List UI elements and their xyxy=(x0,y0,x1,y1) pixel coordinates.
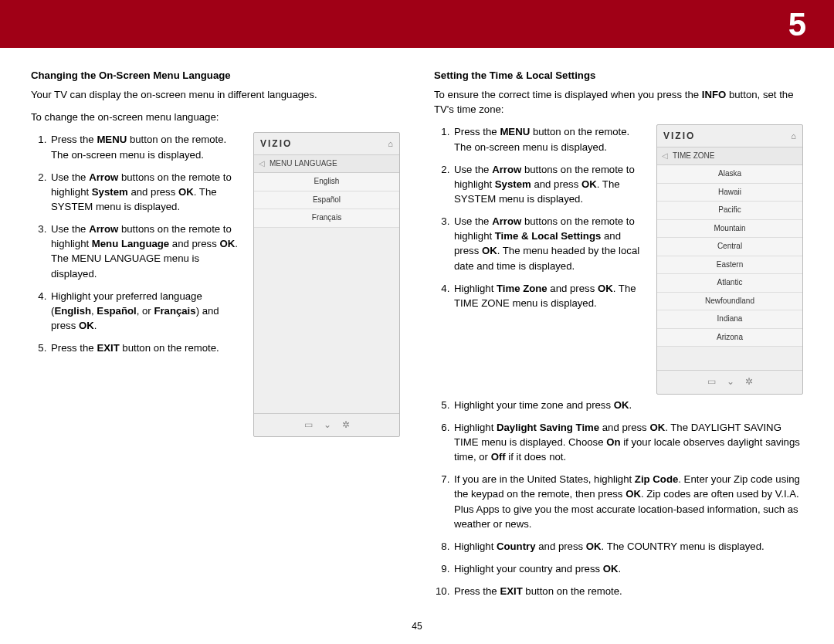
panel-item: Mountain xyxy=(657,220,802,239)
left-heading: Changing the On-Screen Menu Language xyxy=(31,68,400,83)
left-column: Changing the On-Screen Menu Language You… xyxy=(31,68,400,606)
step-item: Press the MENU button on the remote. The… xyxy=(49,132,241,161)
step-item: Highlight your time zone and press OK. xyxy=(453,398,803,412)
down-icon: ⌄ xyxy=(324,419,331,432)
left-steps-list: Press the MENU button on the remote. The… xyxy=(31,132,241,355)
page-number: 45 xyxy=(0,621,834,632)
panel-item: English xyxy=(254,173,399,192)
panel-item: Indiana xyxy=(657,310,802,329)
step-item: Highlight Daylight Saving Time and press… xyxy=(453,420,803,464)
right-steps-top: Press the MENU button on the remote. The… xyxy=(434,124,644,310)
panel-item: Atlantic xyxy=(657,274,802,293)
left-intro-1: Your TV can display the on-screen menu i… xyxy=(31,87,400,102)
step-item: Use the Arrow buttons on the remote to h… xyxy=(49,222,241,281)
panel-item: Alaska xyxy=(657,165,802,184)
step-item: Highlight Country and press OK. The COUN… xyxy=(453,539,803,554)
panel-item: Español xyxy=(254,192,399,210)
home-icon: ⌂ xyxy=(791,130,796,143)
language-list: EnglishEspañolFrançais xyxy=(254,173,399,228)
gear-icon: ✲ xyxy=(745,375,753,388)
panel-item: Pacific xyxy=(657,202,802,220)
right-steps-bottom: Highlight your time zone and press OK.Hi… xyxy=(434,398,803,599)
panel-item: Eastern xyxy=(657,256,802,275)
right-column: Setting the Time & Local Settings To ens… xyxy=(434,68,803,606)
right-heading: Setting the Time & Local Settings xyxy=(434,68,803,83)
timezone-list: AlaskaHawaiiPacificMountainCentralEaster… xyxy=(657,165,802,347)
panel-item: Français xyxy=(254,209,399,228)
chapter-header: 5 xyxy=(0,0,834,48)
chapter-number: 5 xyxy=(788,6,806,43)
step-item: Use the Arrow buttons on the remote to h… xyxy=(453,214,644,273)
wide-icon: ▭ xyxy=(304,419,313,432)
gear-icon: ✲ xyxy=(342,419,350,432)
step-item: Press the MENU button on the remote. The… xyxy=(453,124,644,154)
step-item: Use the Arrow buttons on the remote to h… xyxy=(49,170,241,214)
step-item: Use the Arrow buttons on the remote to h… xyxy=(453,162,644,206)
panel-title: MENU LANGUAGE xyxy=(270,158,337,170)
panel-item: Arizona xyxy=(657,329,802,347)
panel-item: Central xyxy=(657,238,802,256)
down-icon: ⌄ xyxy=(727,375,734,388)
panel-footer: ▭ ⌄ ✲ xyxy=(657,370,802,393)
panel-title: TIME ZONE xyxy=(673,151,714,162)
home-icon: ⌂ xyxy=(388,138,393,151)
step-item: Press the EXIT button on the remote. xyxy=(49,341,241,355)
panel-brand: VIZIO xyxy=(260,137,292,151)
step-item: If you are in the United States, highlig… xyxy=(453,472,803,531)
wide-icon: ▭ xyxy=(707,375,716,388)
menu-language-panel: VIZIO ⌂ ◁ MENU LANGUAGE EnglishEspañolFr… xyxy=(253,132,400,437)
step-item: Highlight your country and press OK. xyxy=(453,561,803,576)
panel-footer: ▭ ⌄ ✲ xyxy=(254,413,399,436)
time-zone-panel: VIZIO ⌂ ◁ TIME ZONE AlaskaHawaiiPacificM… xyxy=(656,124,803,394)
panel-brand: VIZIO xyxy=(663,130,695,143)
left-intro-2: To change the on-screen menu language: xyxy=(31,110,400,124)
panel-item: Hawaii xyxy=(657,184,802,202)
step-item: Highlight Time Zone and press OK. The TI… xyxy=(453,281,644,310)
right-intro: To ensure the correct time is displayed … xyxy=(434,87,803,117)
back-icon: ◁ xyxy=(259,158,265,170)
step-item: Press the EXIT button on the remote. xyxy=(453,584,803,598)
step-item: Highlight your preferred language (Engli… xyxy=(49,289,241,333)
panel-item: Newfoundland xyxy=(657,293,802,311)
page-body: Changing the On-Screen Menu Language You… xyxy=(0,48,834,606)
back-icon: ◁ xyxy=(662,151,668,162)
